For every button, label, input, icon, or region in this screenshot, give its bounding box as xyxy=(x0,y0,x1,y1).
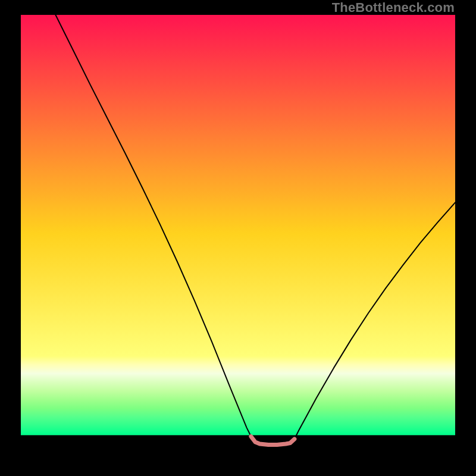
chart-frame: TheBottleneck.com xyxy=(0,0,476,476)
curve-pink xyxy=(251,437,295,445)
curve-layer xyxy=(21,15,455,452)
watermark-text: TheBottleneck.com xyxy=(332,0,455,15)
plot-area xyxy=(21,15,455,452)
curve-black xyxy=(55,15,455,445)
